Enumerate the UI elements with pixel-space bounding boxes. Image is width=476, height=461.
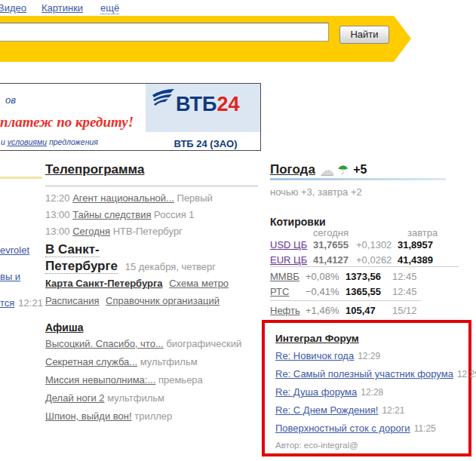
forum-thread-link[interactable]: Re: Новичок года [275, 350, 354, 361]
spb-title-link[interactable]: Петербурге [45, 259, 118, 274]
weather-details: ночью +3, завтра +2 [270, 186, 362, 198]
quote-row-oil: Нефть +1,46% 105,47 15/12 [270, 305, 417, 316]
search-button[interactable]: Найти [339, 26, 389, 44]
forum-author: Автор: eco-integral@ [275, 441, 468, 450]
tv-row: 12:20 Агент национальной... Первый [45, 192, 213, 204]
vtb-caption: ВТБ 24 (ЗАО) [155, 138, 256, 149]
micex-link[interactable]: ММВБ [270, 271, 299, 282]
quotes-divider [270, 300, 421, 301]
forum-thread-link[interactable]: Re: Самый полезный участник форума [275, 368, 453, 380]
oil-time: 15/12 [392, 305, 417, 316]
forum-thread-time: 12:28 [361, 387, 383, 398]
forum-thread: Re: Самый полезный участник форума12:29 [275, 368, 464, 380]
micex-value: 1373,56 [345, 271, 392, 282]
usd-link[interactable]: USD ЦБ [270, 239, 307, 250]
forum-thread-link[interactable]: Re: С Днем Рождения! [275, 404, 378, 416]
quotes-col-tomorrow: завтра [407, 227, 438, 238]
afisha-genre: биографический [166, 338, 241, 349]
afisha-genre: мультфильм [107, 392, 164, 404]
forum-thread: Re: Душа форума12:28 [275, 386, 464, 398]
portal-page: Видео Картинки ещё Найти ов платеж по кр… [0, 0, 476, 461]
weather-divider [270, 178, 446, 180]
afisha-genre: премьера [158, 374, 203, 386]
forum-thread-link[interactable]: Поверхностный сток с дороги [275, 423, 410, 434]
nav-more-link[interactable]: ещё [100, 2, 119, 14]
tv-channel: Россия 1 [154, 209, 194, 220]
usd-today: 31,7655 [313, 239, 356, 250]
afisha-row: Миссия невыполнима:... премьера [45, 374, 203, 386]
banner-text-fragment: ов [5, 94, 16, 106]
usd-tomorrow: 31,8957 [398, 239, 433, 250]
forum-thread: Поверхностный сток с дороги11:25 [275, 423, 464, 435]
quote-row-rts: РТС −0,41% 1365,55 12:45 [270, 286, 417, 297]
nav-video-link[interactable]: Видео [0, 2, 26, 14]
eur-today: 41,4127 [313, 254, 356, 266]
vtb-wing-icon [151, 88, 175, 106]
quote-row-eur: EUR ЦБ 41,4127 +0,0262 41,4389 [270, 254, 433, 266]
tv-show-link[interactable]: Агент национальной... [72, 192, 174, 204]
tv-show-link[interactable]: Сегодня [72, 226, 110, 237]
afisha-movie-link[interactable]: Шпион, выйди вон! [45, 410, 132, 422]
usd-delta: +0,1302 [356, 239, 398, 250]
afisha-movie-link[interactable]: Миссия невыполнима:... [45, 374, 155, 386]
left-fragment-link[interactable]: вы и [0, 271, 20, 282]
spb-links-row: Расписания Справочник организаций [45, 295, 220, 306]
spb-map-link[interactable]: Карта Санкт-Петербурга [45, 278, 163, 289]
nav-images-link[interactable]: Картинки [41, 2, 83, 14]
afisha-row: Делай ноги 2 мультфильм [45, 392, 164, 404]
micex-delta: +0,08% [306, 271, 345, 282]
afisha-movie-link[interactable]: Высоцкий. Спасибо, что... [45, 338, 164, 349]
rts-delta: −0,41% [306, 286, 345, 297]
banner-headline: платеж по кредиту! [0, 114, 134, 131]
forum-thread: Re: Новичок года12:29 [275, 350, 464, 362]
banner-terms-link[interactable]: условиями [8, 137, 47, 146]
left-fragment-link[interactable]: тся [0, 297, 14, 309]
left-column-divider [0, 177, 42, 179]
search-input[interactable] [0, 23, 329, 41]
afisha-row: Шпион, выйди вон! триллер [45, 410, 172, 422]
vtb24-ad-banner[interactable]: ов платеж по кредиту! и условиями предло… [0, 83, 261, 151]
afisha-movie-link[interactable]: Секретная служба... [45, 356, 137, 367]
forum-thread-time: 12:29 [457, 369, 476, 380]
left-fragment-row: тся12:21 [0, 297, 43, 309]
rts-time: 12:45 [392, 286, 417, 297]
tv-title-link[interactable]: Телепрограмма [45, 162, 144, 177]
forum-thread-time: 12:21 [382, 405, 404, 416]
weather-title-link[interactable]: Погода [270, 162, 315, 177]
quotes-title: Котировки [270, 216, 326, 228]
banner-disclaimer-prefix: и [1, 137, 8, 146]
afisha-movie-link[interactable]: Делай ноги 2 [45, 392, 105, 404]
fragment-time: 12:21 [18, 297, 43, 309]
spb-title-link[interactable]: В Санкт- [45, 242, 100, 257]
weather-temp: +5 [353, 163, 367, 176]
vtb-logo-24: 24 [217, 93, 239, 115]
spb-links-row: Карта Санкт-Петербурга Схема метро [45, 278, 229, 289]
tv-section-header: Телепрограмма [45, 162, 144, 177]
banner-disclaimer-suffix: предложения [47, 137, 98, 146]
afisha-genre: триллер [134, 410, 172, 422]
search-arrow-banner: Найти [0, 16, 411, 62]
umbrella-icon: ☂ [337, 163, 349, 177]
forum-thread-link[interactable]: Re: Душа форума [275, 386, 357, 398]
forum-thread-time: 11:25 [414, 423, 436, 434]
left-fragment-link[interactable]: evrolet [0, 244, 29, 256]
eur-tomorrow: 41,4389 [398, 254, 433, 266]
tv-divider [45, 185, 258, 187]
oil-value: 105,47 [345, 305, 392, 316]
oil-link[interactable]: Нефть [270, 305, 300, 316]
forum-highlight-box: Интеграл Форум Re: Новичок года12:29 Re:… [262, 320, 471, 456]
afisha-title-link[interactable]: Афиша [45, 321, 83, 333]
tv-row: 13:00 Сегодня НТВ-Петербург [45, 226, 183, 237]
spb-schedule-link[interactable]: Расписания [45, 295, 99, 306]
tv-show-link[interactable]: Тайны следствия [72, 209, 151, 220]
banner-disclaimer: и условиями предложения [1, 137, 98, 146]
micex-time: 12:45 [392, 271, 417, 282]
eur-link[interactable]: EUR ЦБ [270, 254, 307, 266]
forum-thread: Re: С Днем Рождения!12:21 [275, 404, 464, 416]
spb-metro-link[interactable]: Схема метро [169, 278, 229, 289]
rts-link[interactable]: РТС [270, 286, 289, 297]
spb-directory-link[interactable]: Справочник организаций [106, 295, 220, 306]
forum-title-link[interactable]: Интеграл Форум [275, 333, 468, 344]
quote-row-usd: USD ЦБ 31,7655 +0,1302 31,8957 [270, 239, 433, 250]
afisha-row: Высоцкий. Спасибо, что... биографический [45, 338, 241, 349]
